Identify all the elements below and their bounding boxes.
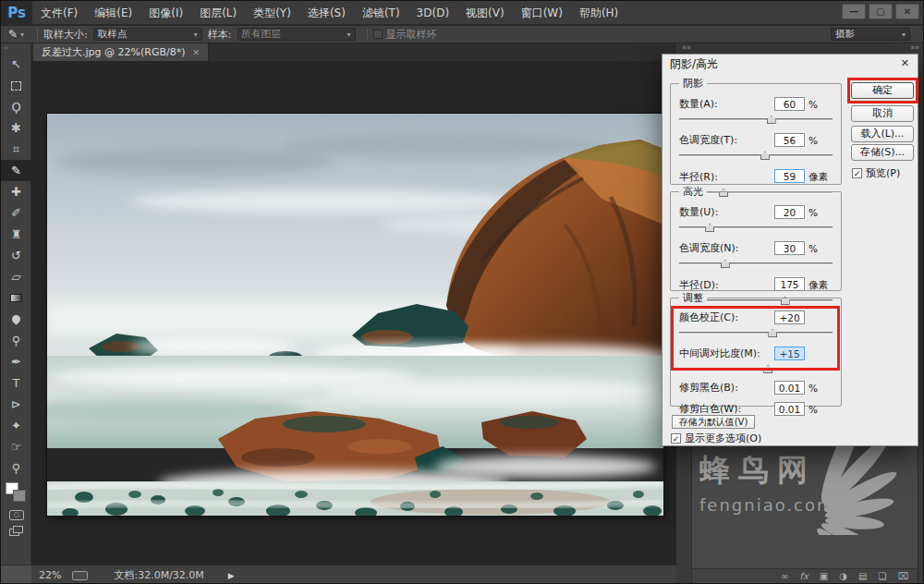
menu-edit[interactable]: 编辑(E) [86, 1, 140, 25]
preview-checkbox[interactable]: ✓ [852, 168, 862, 178]
dodge-tool[interactable]: ⚲ [1, 330, 31, 351]
layer-group-icon[interactable]: ▤ [858, 571, 867, 581]
midtone-contrast-input[interactable]: +15 [774, 347, 805, 360]
black-clip-label: 修剪黑色(B): [679, 381, 738, 395]
slider-thumb[interactable] [767, 116, 776, 124]
menu-help[interactable]: 帮助(H) [571, 1, 626, 25]
slider-thumb[interactable] [763, 365, 772, 373]
brush-tool[interactable]: ✐ [1, 202, 31, 224]
shadow-amount-slider[interactable] [679, 114, 833, 124]
dock-collapse-left-icon[interactable]: «« [682, 43, 691, 53]
close-window-button[interactable]: ✕ [895, 4, 919, 19]
white-clip-input[interactable]: 0.01 [774, 402, 805, 416]
shadow-tonal-width-label: 色调宽度(T): [679, 133, 737, 147]
quick-mask-button[interactable] [1, 506, 31, 523]
link-layers-icon[interactable]: ∞ [781, 571, 788, 581]
document-tab[interactable]: 反差过大.jpg @ 22%(RGB/8*) ✕ [33, 43, 209, 61]
move-tool[interactable]: ↖ [1, 54, 31, 75]
slider-thumb[interactable] [721, 260, 730, 268]
crop-tool[interactable]: ⌗ [1, 139, 31, 160]
delete-layer-icon[interactable]: ⌧ [897, 571, 908, 581]
menu-3d[interactable]: 3D(D) [408, 1, 457, 25]
unit-label: 像素 [808, 171, 833, 184]
type-tool[interactable]: T [1, 372, 31, 394]
adjustment-layer-icon[interactable]: ◑ [839, 571, 847, 581]
pen-tool[interactable]: ✒ [1, 351, 31, 372]
color-correction-input[interactable]: +20 [774, 310, 805, 324]
new-layer-icon[interactable]: ❏ [879, 571, 887, 581]
shadow-tonal-width-input[interactable]: 56 [774, 133, 805, 147]
slider-thumb[interactable] [768, 329, 777, 337]
menu-file[interactable]: 文件(F) [32, 1, 86, 25]
maximize-button[interactable]: ▢ [869, 4, 893, 19]
slider-thumb[interactable] [705, 224, 714, 232]
blur-tool[interactable] [1, 309, 31, 330]
toolbar-collapse-arrows[interactable]: ›› [1, 43, 30, 54]
screen-mode-button[interactable] [1, 523, 31, 540]
shadow-radius-input[interactable]: 59 [774, 169, 805, 183]
scrubby-zoom-icon[interactable] [72, 571, 88, 580]
blur-icon [10, 313, 22, 325]
background-color-swatch[interactable] [13, 490, 26, 502]
gradient-tool[interactable] [1, 287, 31, 309]
more-options-checkbox[interactable]: ✓ [671, 433, 681, 444]
close-icon[interactable]: ✕ [192, 48, 200, 57]
healing-brush-tool[interactable]: ✚ [1, 181, 31, 202]
highlight-radius-input[interactable]: 175 [774, 277, 805, 291]
hand-tool[interactable]: ☞ [1, 436, 31, 457]
slider-thumb[interactable] [760, 152, 770, 160]
shadow-tonal-width-slider[interactable] [679, 150, 833, 160]
history-brush-tool[interactable]: ↺ [1, 245, 31, 266]
black-clip-input[interactable]: 0.01 [774, 381, 805, 395]
zoom-tool[interactable]: ⚲ [1, 457, 31, 479]
ok-button[interactable]: 确定 [851, 82, 914, 99]
menu-image[interactable]: 图像(I) [140, 1, 191, 25]
dodge-icon: ⚲ [12, 334, 21, 347]
quick-selection-tool[interactable]: ✱ [1, 117, 31, 139]
dock-collapse-right-icon[interactable]: »» [910, 43, 919, 53]
color-correction-slider[interactable] [679, 327, 833, 337]
show-sampling-ring-checkbox[interactable] [373, 30, 383, 39]
layer-mask-icon[interactable]: ▣ [820, 571, 828, 581]
unit-label: % [808, 383, 833, 394]
menu-select[interactable]: 选择(S) [299, 1, 354, 25]
menu-filter[interactable]: 滤镜(T) [354, 1, 408, 25]
more-options-checkbox-row[interactable]: ✓ 显示更多选项(O) [671, 432, 761, 445]
minimize-button[interactable]: — [842, 4, 866, 19]
status-menu-arrow-icon[interactable]: ▶ [228, 571, 235, 580]
lasso-tool[interactable]: Ϙ [1, 96, 31, 117]
layer-style-icon[interactable]: fx [799, 571, 808, 581]
eyedropper-tool[interactable]: ✎ [1, 160, 31, 181]
menu-window[interactable]: 窗口(W) [513, 1, 571, 25]
menu-layer[interactable]: 图层(L) [191, 1, 245, 25]
highlight-amount-input[interactable]: 20 [774, 205, 805, 219]
save-defaults-button[interactable]: 存储为默认值(V) [672, 415, 755, 429]
highlight-amount-slider[interactable] [679, 222, 833, 232]
preview-checkbox-row[interactable]: ✓ 预览(P) [852, 166, 900, 180]
menu-view[interactable]: 视图(V) [457, 1, 513, 25]
load-button[interactable]: 载入(L)... [851, 126, 914, 142]
menu-type[interactable]: 类型(Y) [245, 1, 299, 25]
midtone-contrast-label: 中间调对比度(M): [679, 347, 760, 360]
sample-layers-dropdown[interactable]: 所有图层 ▾ [237, 28, 356, 41]
sample-size-dropdown[interactable]: 取样点 ▾ [93, 28, 202, 41]
cancel-button[interactable]: 取消 [851, 105, 914, 122]
workspace-switcher[interactable]: 摄影 ▾ [831, 28, 910, 41]
zoom-level[interactable]: 22% [39, 569, 61, 581]
tool-preset-picker[interactable]: ✎ ▾ [1, 28, 31, 41]
shadow-amount-input[interactable]: 60 [774, 97, 805, 111]
dialog-close-icon[interactable]: ✕ [901, 57, 909, 69]
color-swatches[interactable] [1, 482, 31, 506]
highlight-tonal-width-label: 色调宽度(N): [679, 241, 739, 255]
midtone-contrast-slider[interactable] [679, 363, 833, 373]
eraser-tool[interactable]: ▱ [1, 266, 31, 287]
save-button[interactable]: 存储(S)... [851, 144, 914, 161]
path-selection-tool[interactable]: ⊳ [1, 394, 31, 415]
highlight-tonal-width-slider[interactable] [679, 258, 833, 268]
clone-stamp-tool[interactable]: ♜ [1, 224, 31, 245]
marquee-tool[interactable] [1, 75, 31, 96]
highlight-tonal-width-input[interactable]: 30 [774, 241, 805, 255]
document-image[interactable] [47, 114, 663, 516]
custom-shape-tool[interactable]: ✦ [1, 415, 31, 436]
ps-logo: Ps [1, 1, 32, 25]
